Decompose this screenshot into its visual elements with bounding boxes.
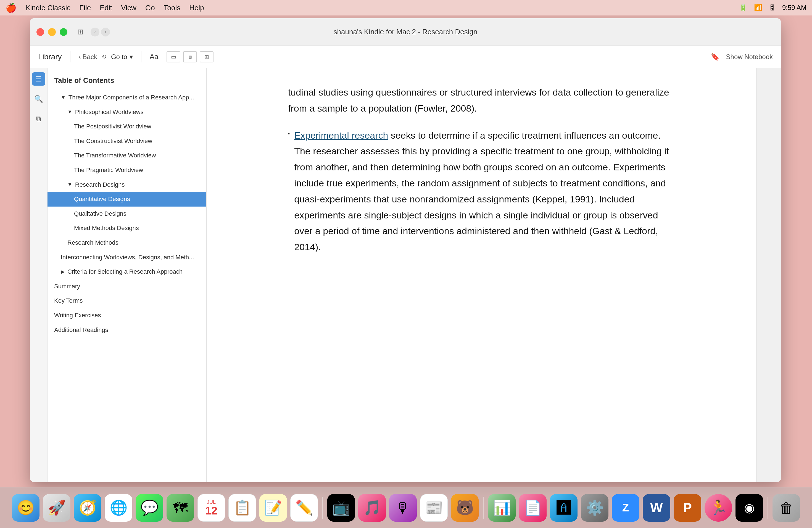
- appstore-icon: 🅰: [556, 500, 571, 516]
- experimental-research-link[interactable]: Experimental research: [294, 130, 388, 141]
- paragraph-first: tudinal studies using questionnaires or …: [288, 85, 675, 117]
- refresh-icon[interactable]: ↻: [102, 53, 106, 60]
- dock-maps[interactable]: 🗺: [166, 494, 194, 522]
- dock-launchpad[interactable]: 🚀: [43, 494, 70, 522]
- toc-item-three-major[interactable]: ▼ Three Major Components of a Research A…: [47, 90, 206, 105]
- bookmark-icon[interactable]: 🔖: [711, 53, 720, 61]
- dock-trash[interactable]: 🗑: [772, 494, 800, 522]
- toolbar-right: 🔖 Show Notebook: [711, 53, 773, 61]
- fitness-icon: 🏃: [710, 499, 727, 516]
- toc-item-mixed-methods[interactable]: Mixed Methods Designs: [47, 221, 206, 236]
- toc-arrow-1: ▼: [68, 109, 72, 115]
- window-title: shauna's Kindle for Mac 2 - Research Des…: [334, 28, 478, 36]
- toc-item-summary[interactable]: Summary: [47, 279, 206, 294]
- nav-arrows: ‹ ›: [91, 28, 110, 36]
- toc-item-interconnecting[interactable]: Interconnecting Worldviews, Designs, and…: [47, 250, 206, 265]
- notes-nav-icon[interactable]: ⧉: [32, 112, 45, 126]
- messages-icon: 💬: [141, 499, 159, 516]
- dock-chrome[interactable]: 🌐: [105, 494, 132, 522]
- menu-view[interactable]: View: [121, 4, 136, 12]
- menu-tools[interactable]: Tools: [164, 4, 180, 12]
- dock-divider-1: [322, 497, 323, 519]
- dock-messages[interactable]: 💬: [135, 494, 163, 522]
- menubar-right: 🔋 📶 🎛 9:59 AM: [739, 4, 807, 12]
- sidebar-inner: ☰ 🔍 ⧉ Table of Contents ▼ Three Major Co…: [30, 68, 206, 482]
- continuous-view-icon[interactable]: ⊞: [200, 52, 214, 62]
- zoom-icon: Z: [622, 501, 629, 514]
- dock-fitness[interactable]: 🏃: [705, 494, 732, 522]
- back-arrow-icon[interactable]: ‹: [91, 28, 99, 36]
- maximize-button[interactable]: [60, 28, 68, 36]
- dock-screenium[interactable]: ◉: [736, 494, 763, 522]
- settings-icon: ⚙️: [586, 499, 604, 516]
- dock-finder[interactable]: 😊: [12, 494, 40, 522]
- dock-word[interactable]: W: [643, 494, 670, 522]
- toc-item-philosophical[interactable]: ▼ Philosophical Worldviews: [47, 105, 206, 120]
- toc-item-quantitative[interactable]: Quantitative Designs: [47, 192, 206, 207]
- dock-pages[interactable]: 📄: [519, 494, 547, 522]
- dock-news[interactable]: 📰: [420, 494, 448, 522]
- menu-go[interactable]: Go: [145, 4, 155, 12]
- dock-system-settings[interactable]: ⚙️: [581, 494, 608, 522]
- toc-item-constructivist[interactable]: The Constructivist Worldview: [47, 134, 206, 149]
- dock-appletv[interactable]: 📺: [327, 494, 355, 522]
- toc-item-key-terms[interactable]: Key Terms: [47, 294, 206, 308]
- menu-edit[interactable]: Edit: [100, 4, 112, 12]
- font-button[interactable]: Aa: [150, 53, 159, 61]
- toc-item-qualitative[interactable]: Qualitative Designs: [47, 207, 206, 221]
- dock-music[interactable]: 🎵: [358, 494, 386, 522]
- dock-reminders[interactable]: 📋: [228, 494, 256, 522]
- dock-freeform[interactable]: ✏️: [290, 494, 318, 522]
- sidebar-toggle-icon[interactable]: ⊞: [77, 28, 83, 36]
- dock-zoom[interactable]: Z: [612, 494, 639, 522]
- toc-item-transformative[interactable]: The Transformative Worldview: [47, 148, 206, 163]
- safari-icon: 🧭: [79, 499, 97, 516]
- search-nav-icon[interactable]: 🔍: [32, 92, 45, 105]
- toc-item-additional-readings[interactable]: Additional Readings: [47, 323, 206, 337]
- toc-item-criteria[interactable]: ▶ Criteria for Selecting a Research Appr…: [47, 265, 206, 279]
- control-center-icon[interactable]: 🎛: [769, 4, 775, 12]
- close-button[interactable]: [37, 28, 44, 36]
- toc-item-writing-exercises[interactable]: Writing Exercises: [47, 308, 206, 323]
- notes-icon: 📝: [264, 499, 282, 516]
- bullet-dot: •: [288, 130, 290, 255]
- chrome-icon: 🌐: [110, 499, 128, 516]
- powerpoint-icon: P: [683, 500, 692, 515]
- show-notebook-button[interactable]: Show Notebook: [726, 53, 773, 61]
- toc-arrow-12: ▶: [61, 269, 64, 275]
- finder-icon: 😊: [17, 499, 35, 516]
- dock-numbers[interactable]: 📊: [488, 494, 516, 522]
- main-window: ⊞ ‹ › shauna's Kindle for Mac 2 - Resear…: [30, 18, 781, 482]
- library-button[interactable]: Library: [38, 53, 62, 61]
- sidebar: ☰ 🔍 ⧉ Table of Contents ▼ Three Major Co…: [30, 68, 207, 482]
- dock-bear[interactable]: 🐻: [451, 494, 479, 522]
- toc-item-pragmatic[interactable]: The Pragmatic Worldview: [47, 163, 206, 178]
- goto-chevron-icon: ▾: [130, 53, 133, 61]
- toolbar-nav: ‹ Back ↻ Go to ▾: [79, 53, 133, 61]
- toc-nav-icon[interactable]: ☰: [32, 72, 45, 86]
- toc-item-postpositivist[interactable]: The Postpositivist Worldview: [47, 119, 206, 134]
- app-menu-kindle[interactable]: Kindle Classic: [25, 4, 70, 12]
- dock-podcasts[interactable]: 🎙: [389, 494, 417, 522]
- toc-item-research-designs[interactable]: ▼ Research Designs: [47, 178, 206, 192]
- two-page-view-icon[interactable]: ⧈: [183, 52, 197, 62]
- menu-file[interactable]: File: [79, 4, 91, 12]
- back-button[interactable]: ‹ Back: [79, 53, 97, 61]
- dock-calendar[interactable]: JUL 12: [198, 494, 225, 522]
- word-icon: W: [650, 500, 663, 515]
- apple-menu-icon[interactable]: 🍎: [5, 2, 17, 13]
- dock-powerpoint[interactable]: P: [673, 494, 701, 522]
- menu-help[interactable]: Help: [189, 4, 204, 12]
- bear-icon: 🐻: [456, 499, 474, 516]
- single-page-view-icon[interactable]: ▭: [166, 52, 180, 62]
- reading-area[interactable]: tudinal studies using questionnaires or …: [207, 68, 756, 482]
- bullet-experimental: • Experimental research seeks to determi…: [288, 128, 675, 255]
- minimize-button[interactable]: [48, 28, 56, 36]
- dock-appstore[interactable]: 🅰: [550, 494, 578, 522]
- battery-icon: 🔋: [739, 4, 748, 12]
- forward-arrow-icon[interactable]: ›: [101, 28, 110, 36]
- dock-safari[interactable]: 🧭: [74, 494, 101, 522]
- toc-item-research-methods[interactable]: Research Methods: [47, 236, 206, 250]
- goto-button[interactable]: Go to ▾: [111, 53, 133, 61]
- dock-notes[interactable]: 📝: [259, 494, 287, 522]
